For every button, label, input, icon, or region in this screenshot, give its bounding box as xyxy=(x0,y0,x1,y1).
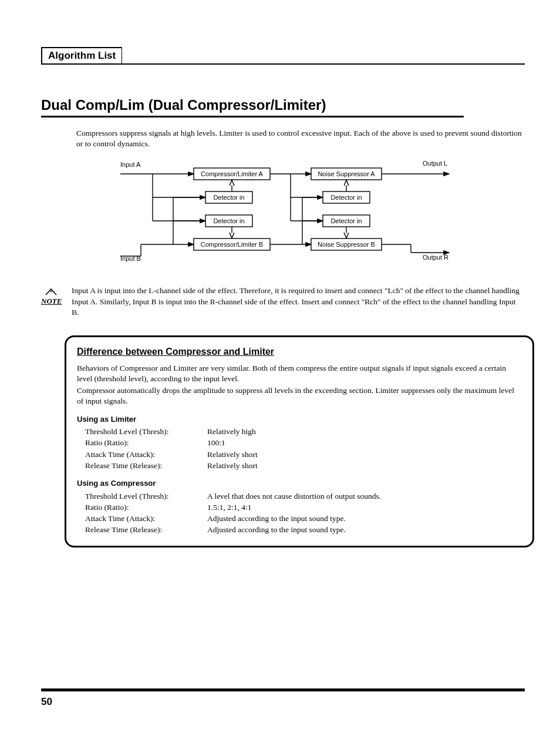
label-output-r: Output R xyxy=(423,254,448,261)
param-key: Attack Time (Attack): xyxy=(85,513,203,524)
callout-para2: Compressor automatically drops the ampli… xyxy=(77,385,522,407)
note-text: Input A is input into the L-channel side… xyxy=(72,285,521,318)
limiter-subhead: Using as Limiter xyxy=(77,414,522,425)
note-label: NOTE xyxy=(41,297,62,305)
param-val: 1.5:1, 2:1, 4:1 xyxy=(207,502,522,513)
param-val: 100:1 xyxy=(207,438,522,448)
block-cl-a: Compressor/Limiter A xyxy=(201,170,263,177)
page-title: Dual Comp/Lim (Dual Compressor/Limiter) xyxy=(41,97,525,116)
block-ns-b: Noise Suppressor B xyxy=(318,241,375,248)
block-cl-b: Compressor/Limiter B xyxy=(201,241,263,248)
page: Algorithm List Dual Comp/Lim (Dual Compr… xyxy=(0,0,560,729)
param-key: Ratio (Ratio): xyxy=(85,502,203,513)
block-ns-a: Noise Suppressor A xyxy=(318,170,375,177)
intro-text: Compressors suppress signals at high lev… xyxy=(76,128,522,149)
callout-box: Difference between Compressor and Limite… xyxy=(65,335,534,547)
label-input-a: Input A xyxy=(120,161,141,168)
block-det-b2: Detector in xyxy=(330,217,362,224)
note-icon: NOTE xyxy=(41,288,61,306)
param-key: Threshold Level (Thresh): xyxy=(85,426,203,437)
label-output-l: Output L xyxy=(423,160,447,167)
section-header: Algorithm List xyxy=(41,47,525,65)
param-val: Adjusted according to the input sound ty… xyxy=(207,513,522,524)
compressor-subhead: Using as Compressor xyxy=(77,478,522,489)
signal-flow-diagram: Compressor/Limiter A Noise Suppressor A … xyxy=(117,160,525,268)
param-key: Release Time (Release): xyxy=(85,461,203,471)
param-val: Adjusted according to the input sound ty… xyxy=(207,525,522,535)
param-key: Ratio (Ratio): xyxy=(85,438,203,448)
page-number: 50 xyxy=(41,696,52,708)
callout-heading: Difference between Compressor and Limite… xyxy=(77,345,522,358)
param-key: Attack Time (Attack): xyxy=(85,449,203,460)
block-det-a2: Detector in xyxy=(330,194,362,201)
title-rule xyxy=(41,116,464,117)
svg-point-34 xyxy=(50,291,52,292)
header-rule xyxy=(122,47,525,65)
param-val: Relatively high xyxy=(207,426,522,437)
note-block: NOTE Input A is input into the L-channel… xyxy=(41,285,525,318)
param-val: Relatively short xyxy=(207,449,522,460)
block-det-a1: Detector in xyxy=(213,194,244,201)
param-val: Relatively short xyxy=(207,461,522,471)
footer-rule xyxy=(41,688,525,691)
param-val: A level that does not cause distortion o… xyxy=(207,491,522,502)
header-label: Algorithm List xyxy=(41,47,122,65)
compressor-params: Threshold Level (Thresh):A level that do… xyxy=(85,491,522,536)
callout-para1: Behaviors of Compressor and Limiter are … xyxy=(77,363,522,384)
block-det-b1: Detector in xyxy=(213,217,244,224)
param-key: Release Time (Release): xyxy=(85,525,203,535)
param-key: Threshold Level (Thresh): xyxy=(85,491,203,502)
limiter-params: Threshold Level (Thresh):Relatively high… xyxy=(85,426,522,471)
